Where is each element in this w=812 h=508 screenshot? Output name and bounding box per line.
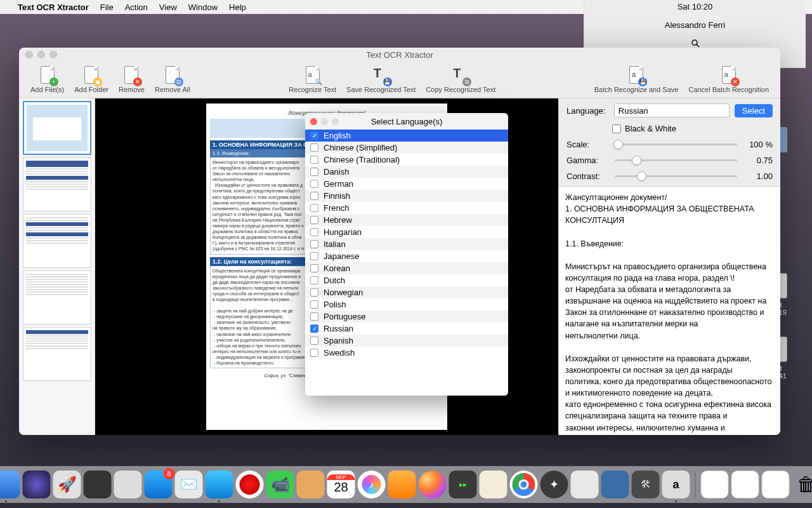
trash-icon[interactable]: 🗑 (792, 471, 813, 498)
language-row[interactable]: Polish (305, 298, 508, 311)
itunes-icon[interactable]: ♪ (358, 471, 386, 498)
language-checkbox[interactable] (310, 264, 318, 272)
preferences-icon[interactable] (571, 471, 599, 498)
appstore-icon[interactable]: 8 (145, 471, 173, 498)
close-icon[interactable] (25, 51, 33, 58)
menu-file[interactable]: File (100, 3, 114, 12)
save-recognized-button[interactable]: T💾Save Recognized Text (343, 66, 419, 93)
copy-recognized-button[interactable]: T⧉Copy Recognized Text (422, 66, 499, 93)
language-row[interactable]: Hebrew (305, 214, 508, 226)
language-checkbox[interactable]: ✓ (310, 131, 318, 140)
language-row[interactable]: Hungarian (305, 226, 508, 238)
thumbnail[interactable] (23, 101, 91, 155)
batch-recognize-button[interactable]: a💾Batch Recognize and Save (591, 66, 683, 93)
language-field[interactable] (614, 104, 730, 117)
minimized-window[interactable] (762, 471, 790, 498)
zoom-icon[interactable] (49, 51, 57, 58)
firefox-icon[interactable] (419, 471, 447, 498)
language-checkbox[interactable] (310, 216, 318, 224)
thumbnail[interactable] (23, 271, 91, 324)
zoom-icon[interactable] (332, 118, 339, 125)
remove-button[interactable]: ✕Remove (115, 66, 148, 93)
minimized-window[interactable] (701, 471, 729, 498)
scale-slider[interactable] (615, 144, 737, 145)
language-checkbox[interactable] (310, 252, 318, 260)
remove-all-button[interactable]: ⊟Remove All (151, 66, 194, 93)
language-checkbox[interactable] (310, 180, 318, 188)
language-row[interactable]: Spanish (305, 335, 508, 347)
clock[interactable]: Sat 10:20 (678, 2, 713, 11)
language-list[interactable]: ✓EnglishChinese (Simplified)Chinese (Tra… (305, 130, 508, 396)
language-checkbox[interactable] (310, 288, 318, 297)
mail-icon[interactable]: ✉️ (175, 471, 203, 498)
language-row[interactable]: German (305, 178, 508, 190)
language-checkbox[interactable] (310, 312, 318, 321)
language-row[interactable]: Japanese (305, 250, 508, 262)
language-row[interactable]: Danish (305, 166, 508, 178)
app-name[interactable]: Text OCR Xtractor (18, 3, 89, 12)
menu-view[interactable]: View (159, 3, 177, 12)
menu-window[interactable]: Window (188, 3, 218, 12)
language-checkbox[interactable] (310, 228, 318, 236)
maps-icon[interactable] (480, 471, 508, 498)
thumbnail-sidebar[interactable] (19, 98, 95, 435)
opera-icon[interactable] (236, 471, 264, 498)
contacts-icon[interactable] (297, 471, 325, 498)
ibooks-icon[interactable] (388, 471, 416, 498)
calendar-icon[interactable]: SEP28 (327, 471, 355, 498)
language-row[interactable]: Italian (305, 238, 508, 250)
thumbnail[interactable] (23, 214, 91, 268)
language-checkbox[interactable] (310, 144, 318, 152)
siri-icon[interactable] (23, 471, 51, 498)
terminal-icon[interactable]: ▸▸ (449, 471, 477, 498)
language-row[interactable]: Dutch (305, 274, 508, 286)
recognize-button[interactable]: a🔍Recognize Text (285, 66, 340, 93)
language-row[interactable]: Swedish (305, 347, 508, 359)
gamma-slider[interactable] (615, 159, 737, 161)
cancel-batch-button[interactable]: a✕Cancel Batch Recognition (684, 66, 773, 93)
add-folder-button[interactable]: ▣Add Folder (70, 66, 112, 93)
mission-control-icon[interactable] (84, 471, 112, 498)
language-checkbox[interactable] (310, 300, 318, 309)
language-row[interactable]: Finnish (305, 190, 508, 202)
finder-icon[interactable] (0, 471, 20, 498)
language-row[interactable]: Chinese (Simplified) (305, 142, 508, 154)
language-row[interactable]: ✓English (305, 130, 508, 142)
language-checkbox[interactable] (310, 349, 318, 357)
thumbnail[interactable] (23, 327, 91, 381)
menu-help[interactable]: Help (229, 3, 246, 12)
language-checkbox[interactable]: ✓ (310, 324, 318, 333)
language-checkbox[interactable] (310, 204, 318, 212)
tools-icon[interactable]: 🛠 (632, 471, 660, 498)
language-checkbox[interactable] (310, 276, 318, 284)
safari-icon[interactable] (206, 471, 233, 498)
language-row[interactable]: ✓Russian (305, 323, 508, 335)
language-checkbox[interactable] (310, 337, 318, 345)
xcode-icon[interactable] (601, 471, 629, 498)
launchpad-icon[interactable]: 🚀 (53, 471, 81, 498)
language-checkbox[interactable] (310, 156, 318, 164)
select-button[interactable]: Select (735, 104, 773, 117)
minimized-window[interactable] (731, 471, 759, 498)
menu-action[interactable]: Action (125, 3, 148, 12)
dictionary-icon[interactable]: a (662, 471, 690, 498)
language-checkbox[interactable] (310, 192, 318, 200)
thumbnail[interactable] (23, 157, 91, 211)
bw-checkbox[interactable] (612, 124, 621, 133)
language-row[interactable]: Portuguese (305, 311, 508, 323)
minimize-icon[interactable] (37, 51, 45, 58)
facetime-icon[interactable]: 📹 (266, 471, 294, 498)
language-checkbox[interactable] (310, 240, 318, 248)
user-name[interactable]: Alessandro Ferri (665, 20, 725, 30)
language-row[interactable]: Chinese (Traditional) (305, 154, 508, 166)
contrast-slider[interactable] (615, 175, 737, 177)
minimize-icon[interactable] (321, 118, 328, 125)
chrome-icon[interactable] (510, 471, 538, 498)
language-row[interactable]: Norwegian (305, 286, 508, 298)
activity-icon[interactable] (114, 471, 142, 498)
language-row[interactable]: Korean (305, 262, 508, 274)
language-checkbox[interactable] (310, 168, 318, 176)
close-icon[interactable] (310, 118, 317, 125)
language-row[interactable]: French (305, 202, 508, 214)
photos-icon[interactable]: ✦ (540, 471, 568, 498)
